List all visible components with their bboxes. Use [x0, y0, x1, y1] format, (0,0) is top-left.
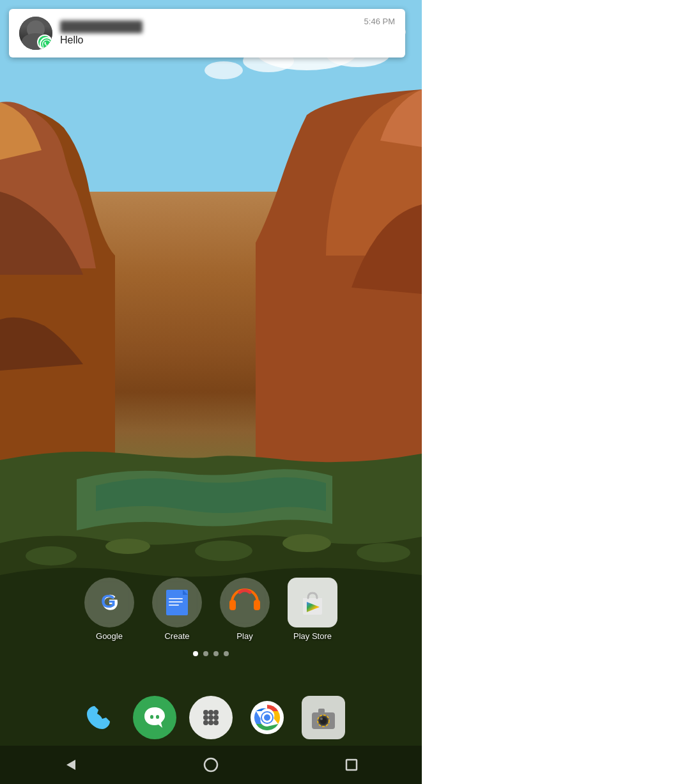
chrome-icon: [245, 696, 289, 739]
page-dot-2[interactable]: [203, 651, 208, 656]
svg-rect-18: [254, 600, 260, 610]
play-label: Play: [236, 631, 252, 641]
dock: [0, 689, 422, 746]
google-label: Google: [96, 631, 123, 641]
create-icon: [152, 578, 202, 627]
camera-icon: [302, 696, 345, 739]
recents-button[interactable]: [343, 756, 360, 774]
phone-icon: [77, 696, 120, 739]
dock-item-app-drawer[interactable]: [189, 696, 233, 739]
svg-rect-15: [169, 601, 183, 603]
svg-point-26: [213, 710, 219, 715]
app-row: G Google: [0, 578, 422, 641]
home-button[interactable]: [202, 756, 220, 774]
svg-point-27: [203, 715, 208, 720]
svg-point-36: [264, 714, 270, 721]
app-item-play[interactable]: Play: [220, 578, 270, 641]
svg-point-44: [205, 758, 217, 771]
svg-point-25: [208, 710, 213, 715]
play-music-icon: [220, 578, 270, 627]
page-dot-3[interactable]: [213, 651, 219, 656]
svg-marker-43: [66, 760, 75, 770]
play-store-label: Play Store: [293, 631, 332, 641]
nav-bar: [0, 746, 422, 784]
svg-point-8: [105, 539, 150, 554]
right-panel: [422, 0, 680, 784]
create-label: Create: [164, 631, 189, 641]
notification-card[interactable]: Contact Name Hello 5:46 PM: [9, 9, 405, 58]
svg-point-7: [26, 546, 77, 565]
svg-point-31: [208, 720, 213, 725]
dock-item-camera[interactable]: [302, 696, 345, 739]
notification-message: Hello: [60, 35, 143, 46]
phone-screen: Contact Name Hello 5:46 PM G Google: [0, 0, 422, 784]
page-dot-4[interactable]: [224, 651, 229, 656]
play-store-icon: [288, 578, 337, 627]
home-screen: G Google: [0, 578, 422, 669]
hangouts-icon: [133, 696, 176, 739]
svg-rect-14: [169, 598, 183, 599]
svg-point-11: [357, 543, 410, 562]
svg-point-10: [282, 534, 331, 552]
notification-sender-blurred: Contact Name: [60, 20, 143, 33]
svg-point-24: [203, 710, 208, 715]
svg-rect-23: [156, 715, 159, 719]
svg-point-30: [203, 720, 208, 725]
notification-avatar: [19, 17, 52, 50]
app-drawer-icon: [189, 696, 233, 739]
page-dot-1[interactable]: [193, 651, 198, 656]
dock-item-chrome[interactable]: [245, 696, 289, 739]
svg-point-32: [213, 720, 219, 725]
svg-point-41: [320, 718, 323, 720]
app-item-play-store[interactable]: Play Store: [288, 578, 337, 641]
svg-point-29: [213, 715, 219, 720]
svg-rect-17: [229, 600, 236, 610]
svg-rect-45: [346, 760, 357, 770]
notification-text: Contact Name Hello: [60, 20, 143, 46]
svg-point-5: [205, 61, 243, 79]
whatsapp-badge: [40, 37, 52, 50]
notification-left: Contact Name Hello: [19, 17, 143, 50]
svg-text:G: G: [101, 590, 116, 611]
page-indicators: [0, 651, 422, 656]
svg-point-9: [195, 541, 252, 561]
back-button[interactable]: [61, 756, 79, 774]
svg-rect-16: [169, 604, 179, 606]
google-icon: G: [84, 578, 134, 627]
app-item-google[interactable]: G Google: [84, 578, 134, 641]
notification-time: 5:46 PM: [364, 17, 395, 26]
dock-item-phone[interactable]: [77, 696, 120, 739]
dock-item-hangouts[interactable]: [133, 696, 176, 739]
app-item-create[interactable]: Create: [152, 578, 202, 641]
svg-rect-22: [150, 715, 153, 719]
svg-point-28: [208, 715, 213, 720]
